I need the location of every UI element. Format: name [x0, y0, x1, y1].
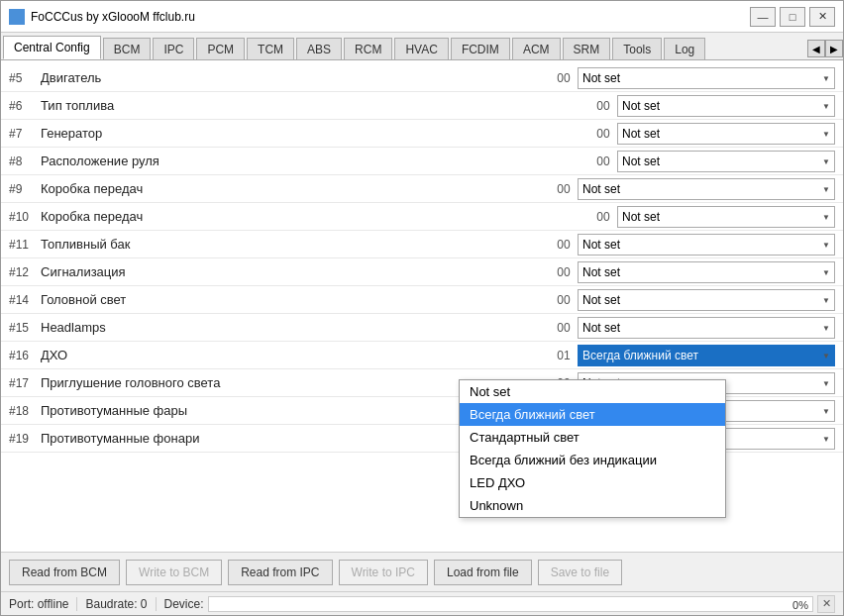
- status-bar: Port: offline Baudrate: 0 Device: 0% ✕: [1, 591, 843, 615]
- tab-bcm[interactable]: BCM: [103, 38, 152, 59]
- config-row-8: #8Расположение руля00Not set: [1, 148, 843, 175]
- row-select[interactable]: Not set: [578, 261, 835, 283]
- tab-abs[interactable]: ABS: [296, 38, 342, 59]
- select-wrapper: Not set: [617, 123, 835, 145]
- row-number: #7: [9, 127, 41, 141]
- row-value: 00: [589, 154, 617, 168]
- tab-hvac[interactable]: HVAC: [394, 38, 448, 59]
- dropdown-item[interactable]: Not set: [460, 380, 725, 403]
- row-number: #11: [9, 238, 41, 252]
- main-window: FoCCCus by xGloooM ffclub.ru — □ ✕ Centr…: [0, 0, 844, 616]
- status-sep-2: [156, 597, 157, 611]
- config-row-11: #11Топливный бак00Not set: [1, 231, 843, 258]
- config-row-15: #15Headlamps00Not set: [1, 314, 843, 342]
- row-label: Коробка передач: [41, 209, 589, 224]
- row-select[interactable]: Всегда ближний свет: [578, 345, 835, 366]
- row-number: #17: [9, 376, 41, 390]
- row-value: 00: [550, 238, 578, 252]
- select-wrapper: Not set: [578, 289, 835, 311]
- baudrate-status: Baudrate: 0: [85, 597, 147, 611]
- row-label: ДХО: [41, 348, 550, 362]
- row-select[interactable]: Not set: [578, 289, 835, 311]
- row-label: Двигатель: [41, 70, 550, 85]
- config-row-14: #14Головной свет00Not set: [1, 286, 843, 314]
- row-label: Генератор: [41, 126, 589, 141]
- row-value: 00: [550, 293, 578, 307]
- config-row-16: #16ДХО01Всегда ближний свет: [1, 342, 843, 369]
- main-content: #5Двигатель00Not set#6Тип топлива00Not s…: [1, 60, 843, 591]
- title-bar-buttons: — □ ✕: [750, 7, 835, 27]
- tab-nav: ◀ ▶: [807, 40, 843, 59]
- row-label: Сигнализация: [41, 264, 550, 279]
- row-value: 00: [589, 210, 617, 224]
- tab-bar: Central Config BCM IPC PCM TCM ABS RCM H…: [1, 33, 843, 60]
- row-select[interactable]: Not set: [578, 234, 835, 256]
- row-select[interactable]: Not set: [578, 67, 835, 89]
- row-number: #15: [9, 321, 41, 335]
- row-select[interactable]: Not set: [578, 317, 835, 339]
- read-ipc-button[interactable]: Read from IPC: [228, 560, 332, 585]
- row-number: #5: [9, 71, 41, 85]
- row-number: #18: [9, 404, 41, 418]
- select-wrapper: Not set: [578, 234, 835, 256]
- bottom-toolbar: Read from BCM Write to BCM Read from IPC…: [1, 552, 843, 591]
- row-select[interactable]: Not set: [617, 123, 835, 145]
- tab-acm[interactable]: ACM: [512, 38, 561, 59]
- row-select[interactable]: Not set: [617, 95, 835, 117]
- select-wrapper: Всегда ближний свет: [578, 345, 835, 366]
- minimize-button[interactable]: —: [750, 7, 776, 27]
- row-select[interactable]: Not set: [578, 178, 835, 200]
- port-status: Port: offline: [9, 597, 68, 611]
- row-label: Топливный бак: [41, 237, 550, 252]
- close-button[interactable]: ✕: [809, 7, 835, 27]
- select-wrapper: Not set: [617, 151, 835, 172]
- title-bar: FoCCCus by xGloooM ffclub.ru — □ ✕: [1, 1, 843, 33]
- tab-tools[interactable]: Tools: [612, 38, 662, 59]
- save-file-button[interactable]: Save to file: [538, 560, 622, 585]
- row-value: 01: [550, 349, 578, 362]
- dropdown-item[interactable]: Стандартный свет: [460, 426, 725, 449]
- row-number: #9: [9, 182, 41, 196]
- read-bcm-button[interactable]: Read from BCM: [9, 560, 120, 585]
- dropdown-item[interactable]: LED ДХО: [460, 471, 725, 494]
- tab-rcm[interactable]: RCM: [344, 38, 392, 59]
- row-number: #8: [9, 154, 41, 168]
- app-icon: [9, 9, 25, 25]
- write-ipc-button[interactable]: Write to IPC: [339, 560, 428, 585]
- maximize-button[interactable]: □: [780, 7, 805, 27]
- tab-nav-right[interactable]: ▶: [825, 40, 843, 57]
- tab-log[interactable]: Log: [664, 38, 705, 59]
- select-wrapper: Not set: [578, 261, 835, 283]
- progress-area: 0%: [208, 596, 813, 612]
- dropdown-item[interactable]: Всегда ближний без индикации: [460, 449, 725, 471]
- select-wrapper: Not set: [578, 67, 835, 89]
- tab-pcm[interactable]: PCM: [196, 38, 245, 59]
- tab-ipc[interactable]: IPC: [153, 38, 194, 59]
- row-label: Расположение руля: [41, 154, 589, 168]
- load-file-button[interactable]: Load from file: [434, 560, 532, 585]
- status-close-button[interactable]: ✕: [817, 595, 835, 613]
- config-row-5: #5Двигатель00Not set: [1, 64, 843, 92]
- row-select[interactable]: Not set: [617, 206, 835, 228]
- tab-fcdim[interactable]: FCDIM: [451, 38, 510, 59]
- row-label: Коробка передач: [41, 181, 550, 196]
- row-label: Головной свет: [41, 292, 550, 307]
- row-value: 00: [550, 71, 578, 85]
- tab-nav-left[interactable]: ◀: [807, 40, 825, 57]
- tab-central-config[interactable]: Central Config: [3, 36, 101, 59]
- config-area[interactable]: #5Двигатель00Not set#6Тип топлива00Not s…: [1, 60, 843, 552]
- tab-srm[interactable]: SRM: [563, 38, 611, 59]
- select-wrapper: Not set: [578, 317, 835, 339]
- write-bcm-button[interactable]: Write to BCM: [126, 560, 222, 585]
- config-row-10: #10Коробка передач00Not set: [1, 203, 843, 231]
- row-value: 00: [589, 127, 617, 141]
- config-row-6: #6Тип топлива00Not set: [1, 92, 843, 120]
- config-row-12: #12Сигнализация00Not set: [1, 258, 843, 286]
- dropdown-item[interactable]: Unknown: [460, 494, 725, 517]
- dropdown-item[interactable]: Всегда ближний свет: [460, 403, 725, 426]
- status-sep-1: [76, 597, 77, 611]
- row-label: Headlamps: [41, 320, 550, 335]
- tab-tcm[interactable]: TCM: [247, 38, 294, 59]
- row-select[interactable]: Not set: [617, 151, 835, 172]
- row-label: Тип топлива: [41, 98, 589, 113]
